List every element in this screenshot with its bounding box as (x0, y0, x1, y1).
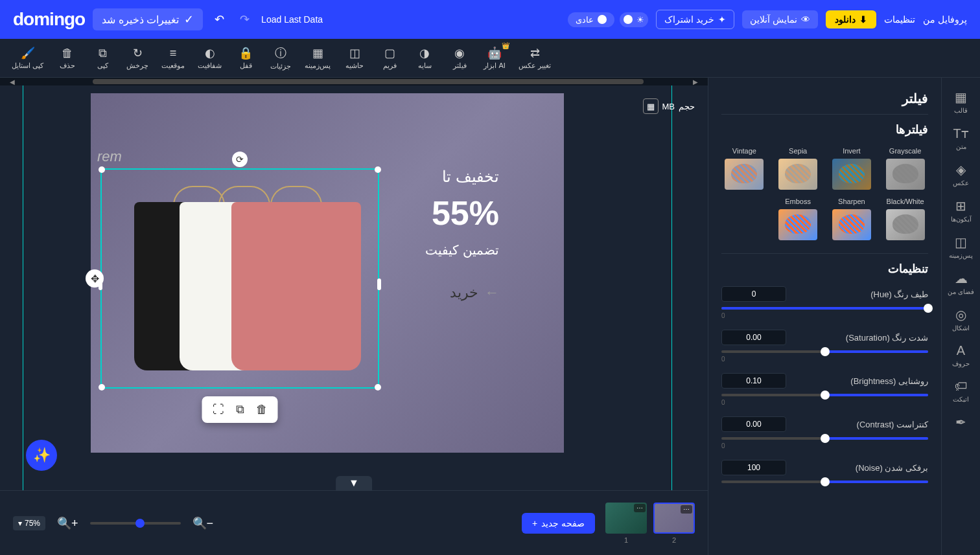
sidebar-item-اشکال[interactable]: ◎اشکال (942, 303, 980, 335)
zoom-thumb[interactable] (135, 519, 145, 528)
setting-label: طیف رنگ (Hue) (870, 289, 928, 299)
discount-percent[interactable]: 55% (432, 194, 499, 232)
setting-row: شدت رنگ (Saturation)0 (721, 330, 928, 363)
page-thumb-1[interactable]: ⋯ (605, 503, 647, 534)
tool-تغییر عکس[interactable]: ⇄تغییر عکس (513, 43, 556, 73)
crown-icon: 👑 (502, 42, 509, 49)
preview-button[interactable]: نمایش آنلاین 👁 (742, 10, 818, 28)
cta-text[interactable]: ← خرید (450, 284, 499, 301)
size-icon[interactable]: ▦ (643, 98, 659, 114)
tool-icon: ▦ (312, 46, 323, 60)
discount-label[interactable]: تخفیف تا (442, 168, 499, 186)
horizontal-scrollbar[interactable]: ◀ ▶ (0, 78, 708, 85)
zoom-in-button[interactable]: 🔍+ (53, 512, 82, 534)
sidebar-item-فضای من[interactable]: ☁فضای من (942, 267, 980, 299)
filter-sharpen[interactable]: Sharpen (829, 198, 875, 240)
magic-fab[interactable]: ✨ (26, 440, 57, 471)
topbar: domingo تغییرات ذخیره شد ✓ ↶ ↷ Load Last… (0, 0, 980, 39)
tool-کپی[interactable]: ⧉کپی (86, 44, 119, 73)
sidebar-item-اتیکت[interactable]: 🏷اتیکت (942, 375, 980, 407)
filter-invert[interactable]: Invert (829, 147, 875, 190)
canvas-viewport[interactable]: حجم MB ▦ rem تخفیف تا 55% تضمین کیفیت ← … (0, 85, 708, 490)
selected-image[interactable]: ⟳ ✥ ⛶ ⧉ 🗑 (100, 168, 379, 389)
tool-فریم[interactable]: ▢فریم (373, 43, 406, 73)
eye-icon: 👁 (801, 14, 810, 25)
zoom-dropdown[interactable]: ▾ 75% (13, 516, 45, 530)
settings-link[interactable]: تنظیمات (884, 14, 915, 25)
redo-button[interactable]: ↷ (236, 8, 253, 30)
tool-پس‌زمینه[interactable]: ▦پس‌زمینه (299, 43, 336, 73)
slider[interactable] (721, 394, 928, 396)
saved-indicator: تغییرات ذخیره شد ✓ (93, 8, 203, 30)
delete-button[interactable]: 🗑 (256, 403, 268, 416)
sidebar-icon: Tᴛ (953, 126, 968, 141)
tool-فیلتر[interactable]: ◉فیلتر (443, 43, 476, 73)
filter-black/white[interactable]: Black/White (882, 198, 928, 240)
load-last-button[interactable]: Load Last Data (261, 14, 323, 25)
sidebar-icon: ✒ (955, 414, 966, 430)
tool-شفافیت[interactable]: ◐شفافیت (192, 43, 227, 73)
new-page-button[interactable]: + صفحه جدید (522, 513, 595, 534)
subscribe-button[interactable]: خرید اشتراک ✦ (656, 10, 734, 29)
slider-thumb[interactable] (821, 347, 830, 356)
setting-input[interactable] (721, 416, 786, 432)
slider[interactable] (721, 350, 928, 353)
sidebar-item-[interactable]: ✒ (942, 411, 980, 436)
sidebar-item-عکس[interactable]: ◈عکس (942, 158, 980, 190)
tool-قفل[interactable]: 🔒قفل (229, 43, 262, 73)
filter-emboss[interactable]: Emboss (775, 198, 821, 240)
filter-vintage[interactable]: Vintage (721, 147, 767, 190)
rotate-handle[interactable]: ⟳ (232, 152, 248, 167)
slider[interactable] (721, 437, 928, 440)
filter-thumb (832, 159, 871, 190)
theme-toggle[interactable]: ☀ (620, 12, 648, 27)
crop-button[interactable]: ⛶ (213, 403, 224, 416)
slider[interactable] (721, 307, 928, 310)
sidebar-icon: ▦ (955, 89, 967, 105)
thumb-menu-icon[interactable]: ⋯ (681, 505, 692, 514)
filter-grayscale[interactable]: Grayscale (882, 147, 928, 190)
main: ◀ ▶ حجم MB ▦ rem تخفیف تا 55% تضمین کیفی… (0, 78, 980, 555)
sidebar-item-حروف[interactable]: Aحروف (942, 339, 980, 371)
scroll-left-icon[interactable]: ◀ (10, 78, 15, 85)
tool-icon: ◐ (205, 46, 215, 60)
profile-link[interactable]: پروفایل من (923, 14, 967, 25)
tool-جزئیات[interactable]: ⓘجزئیات (264, 43, 297, 73)
zoom-out-button[interactable]: 🔍− (189, 512, 218, 534)
setting-input[interactable] (721, 373, 786, 389)
filter-sepia[interactable]: Sepia (775, 147, 821, 190)
tool-کپی استایل[interactable]: 🖌️کپی استایل (6, 43, 49, 73)
setting-input[interactable] (721, 460, 786, 475)
tool-موقعیت[interactable]: ≡موقعیت (156, 44, 190, 73)
mode-toggle[interactable]: عادی (568, 12, 614, 27)
sidebar-item-پس‌زمینه[interactable]: ◫پس‌زمینه (942, 231, 980, 263)
sidebar-item-قالب[interactable]: ▦قالب (942, 85, 980, 118)
thumb-menu-icon[interactable]: ⋯ (634, 504, 646, 512)
undo-button[interactable]: ↶ (211, 8, 228, 30)
tool-چرخش[interactable]: ↻چرخش (121, 43, 154, 73)
plus-icon: + (532, 518, 537, 528)
setting-input[interactable] (721, 330, 786, 345)
slider-thumb[interactable] (821, 391, 830, 400)
tool-ابزار AI[interactable]: 👑🤖ابزار AI (478, 43, 511, 73)
page-thumb-2[interactable]: ⋯ (653, 503, 695, 534)
setting-input[interactable] (721, 286, 786, 302)
slider-thumb[interactable] (821, 477, 830, 486)
copy-button[interactable]: ⧉ (236, 403, 244, 416)
download-button[interactable]: دانلود ⬇ (826, 10, 876, 28)
slider-thumb[interactable] (821, 434, 830, 443)
tool-حذف[interactable]: 🗑حذف (51, 44, 84, 73)
tool-icon: ▢ (384, 46, 395, 60)
quality-text[interactable]: تضمین کیفیت (425, 242, 499, 258)
slider[interactable] (721, 481, 928, 483)
scroll-thumb[interactable] (93, 79, 644, 84)
tool-سایه[interactable]: ◑سایه (408, 43, 441, 73)
slider-thumb[interactable] (924, 304, 933, 313)
collapse-tab[interactable]: ▼ (336, 476, 372, 490)
filter-thumb (832, 209, 871, 240)
scroll-right-icon[interactable]: ▶ (693, 78, 698, 85)
sidebar-item-آیکون‌ها[interactable]: ⊞آیکون‌ها (942, 194, 980, 227)
tool-حاشیه[interactable]: ◫حاشیه (338, 43, 371, 73)
sidebar-item-متن[interactable]: Tᴛمتن (942, 122, 980, 154)
zoom-slider[interactable] (90, 522, 181, 525)
